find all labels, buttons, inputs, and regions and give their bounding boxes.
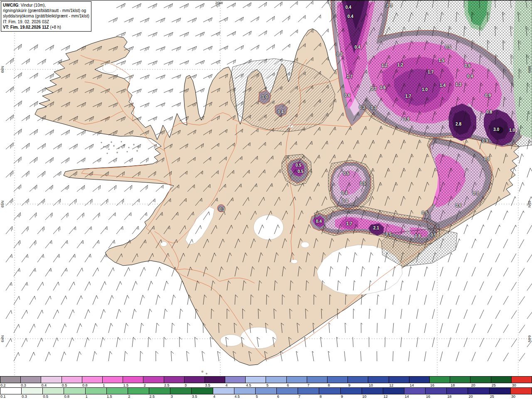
precip-value-label: 0.5 bbox=[360, 181, 366, 186]
legend-tick-label: 12 bbox=[383, 394, 404, 399]
model-name: UWC/IG bbox=[3, 3, 18, 7]
legend-tick-label: 16 bbox=[426, 394, 447, 399]
precip-value-label: 1.7 bbox=[405, 94, 411, 99]
precip-value-label: 0.4 bbox=[467, 74, 473, 79]
legend-tick-label: 0.8 bbox=[64, 394, 85, 399]
legend-tick-label: 3.5 bbox=[192, 394, 213, 399]
precip-value-label: 1.7 bbox=[428, 70, 433, 74]
legend-tick-label: 1 bbox=[102, 383, 123, 387]
weather-map-page: 20W66N65N64N66N65N64N 0.40.30.40.40.30.5… bbox=[0, 0, 532, 399]
legend-cell bbox=[298, 388, 319, 394]
precip-value-label: 0.9 bbox=[485, 93, 491, 98]
legend-tick-label: 0.4 bbox=[41, 383, 61, 387]
legend-tick-label: 30 bbox=[511, 394, 532, 399]
precip-value-label: 0.5 bbox=[445, 45, 451, 49]
precip-value-label: 1.4 bbox=[440, 83, 446, 88]
init-time-line: IT: Fim. 19. 02. 2026 03Z bbox=[3, 19, 89, 25]
graticule-label: 65N bbox=[0, 201, 5, 208]
legend-cell bbox=[213, 388, 234, 394]
graticule-label: 64N bbox=[527, 335, 532, 342]
precip-value-label: 1.0 bbox=[509, 128, 515, 133]
precip-value-label: 0.5 bbox=[386, 232, 392, 236]
legend-tick-label: 7 bbox=[307, 383, 328, 387]
map-canvas: 20W66N65N64N66N65N64N 0.40.30.40.40.30.5… bbox=[0, 0, 532, 377]
legend-tick-label: 14 bbox=[409, 383, 430, 387]
legend-cell bbox=[43, 388, 64, 394]
legend-cell bbox=[307, 377, 328, 383]
precip-value-label: 0.4 bbox=[316, 219, 322, 224]
legend-cell bbox=[450, 377, 470, 383]
legend-cell bbox=[266, 377, 286, 383]
legend-tick-label: 9 bbox=[348, 383, 368, 387]
legend-cell bbox=[447, 388, 468, 394]
precip-value-label: 0.5 bbox=[465, 64, 470, 68]
legend-cell bbox=[287, 377, 307, 383]
legend-row-rain: 0.10.30.50.811.522.533.544.5567891012141… bbox=[0, 387, 532, 399]
legend-tick-label: 0.3 bbox=[20, 383, 41, 387]
legend-tick-label: 1 bbox=[85, 394, 106, 399]
precip-value-label: 0.5 bbox=[422, 211, 428, 215]
legend-cell bbox=[319, 388, 340, 394]
legend-tick-label: 6 bbox=[286, 383, 307, 387]
precip-value-label: 0.9 bbox=[404, 117, 409, 121]
precip-value-label: 1.5 bbox=[438, 58, 444, 63]
legend-cell bbox=[430, 377, 450, 383]
legend-tick-label: 0.8 bbox=[82, 383, 102, 387]
legend-colorbar-snow bbox=[0, 376, 532, 383]
legend-cell bbox=[21, 377, 41, 383]
legend-cell bbox=[389, 377, 409, 383]
legend-tick-label: 0.1 bbox=[0, 394, 21, 399]
legend-colorbar-rain bbox=[0, 387, 532, 394]
legend-tick-label: 1.5 bbox=[106, 394, 128, 399]
precip-value-label: 1.0 bbox=[422, 87, 428, 92]
legend-cell bbox=[470, 377, 491, 383]
precip-value-label: 0.8 bbox=[415, 234, 421, 238]
precip-value-label: 2.8 bbox=[456, 122, 461, 126]
precip-value-label: 0.8 bbox=[486, 110, 492, 114]
legend-cell bbox=[86, 388, 107, 394]
precip-value-label: 0.5 bbox=[298, 169, 303, 174]
legend-cell bbox=[234, 388, 256, 394]
legend-tick-label: 2.5 bbox=[164, 383, 184, 387]
legend-tick-label: 18 bbox=[450, 383, 470, 387]
legend-tick-label: 6 bbox=[277, 394, 298, 399]
valid-time: VT: Fim. 19.02.2026 11Z bbox=[3, 25, 49, 30]
legend-cell bbox=[426, 388, 447, 394]
legend-tick-label: 8 bbox=[319, 394, 340, 399]
legend-cell bbox=[348, 377, 368, 383]
legend-tick-label: 30 bbox=[512, 383, 532, 387]
precip-value-label: 3.0 bbox=[493, 127, 499, 132]
valid-time-offset: (+8 h) bbox=[49, 25, 61, 30]
precip-value-label: 0.3 bbox=[219, 207, 225, 212]
legend-cell bbox=[246, 377, 266, 383]
legend-tick-label: 16 bbox=[430, 383, 450, 387]
legend-tick-label: 4.5 bbox=[246, 383, 266, 387]
precip-value-label: 2.1 bbox=[373, 226, 379, 230]
precip-value-label: 0.4 bbox=[342, 191, 347, 195]
legend-tick-label: 20 bbox=[468, 394, 489, 399]
legend-cell bbox=[277, 388, 298, 394]
legend-cell bbox=[328, 377, 348, 383]
precip-value-label: 1.3 bbox=[456, 82, 461, 87]
legend-cell bbox=[0, 388, 22, 394]
precip-value-label: 0.5 bbox=[296, 163, 301, 167]
legend-cell bbox=[205, 377, 225, 383]
legend-cell bbox=[256, 388, 277, 394]
legend-cell bbox=[468, 388, 489, 394]
precip-value-label: 1.7 bbox=[346, 222, 352, 226]
forecast-title-box: UWC/IG: Vindur (10m), rigning/skúrir (gr… bbox=[1, 1, 91, 32]
legend-tick-label: 4 bbox=[213, 394, 234, 399]
precip-value-label: 1.3 bbox=[371, 86, 377, 91]
legend-tick-label: 4 bbox=[225, 383, 246, 387]
legend-tick-label: 0.3 bbox=[21, 394, 42, 399]
legend-cell bbox=[128, 388, 149, 394]
legend-tick-label: 3 bbox=[170, 394, 192, 399]
precip-value-label: 1.0 bbox=[262, 95, 268, 99]
legend-cell bbox=[0, 377, 21, 383]
legend-tick-label: 20 bbox=[470, 383, 491, 387]
legend-tick-label: 25 bbox=[490, 394, 511, 399]
legend-cell bbox=[192, 388, 213, 394]
legend-cell bbox=[62, 377, 82, 383]
legend-cell bbox=[82, 377, 103, 383]
legend-cell bbox=[143, 377, 164, 383]
